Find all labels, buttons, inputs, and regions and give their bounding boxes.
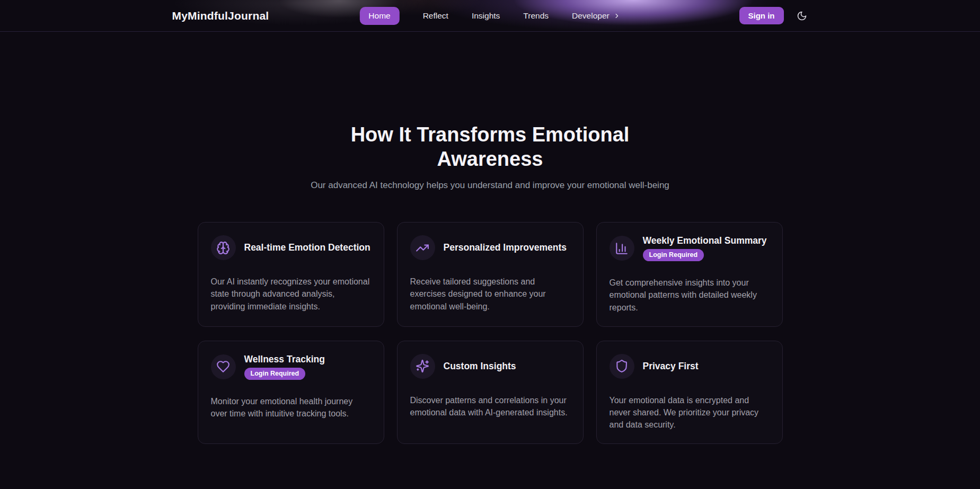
feature-icon-circle [410, 235, 435, 260]
feature-card: Weekly Emotional SummaryLogin RequiredGe… [596, 222, 783, 327]
feature-card-header: Privacy First [610, 354, 770, 379]
feature-card-header: Wellness TrackingLogin Required [211, 354, 371, 380]
nav-item-developer[interactable]: Developer [572, 11, 621, 21]
feature-title: Privacy First [643, 361, 699, 372]
page-title: How It Transforms Emotional Awareness [305, 123, 676, 171]
feature-card: Real-time Emotion DetectionOur AI instan… [198, 222, 384, 327]
feature-description: Your emotional data is encrypted and nev… [610, 394, 770, 431]
feature-title: Weekly Emotional Summary [643, 235, 767, 246]
feature-card-header: Weekly Emotional SummaryLogin Required [610, 235, 770, 261]
feature-card-header: Personalized Improvements [410, 235, 570, 260]
chevron-right-icon [613, 12, 621, 20]
nav-item-label: Home [368, 11, 390, 21]
nav-item-trends[interactable]: Trends [523, 11, 549, 21]
heart-icon [216, 360, 230, 374]
nav-inner: MyMindfulJournal HomeReflectInsightsTren… [172, 0, 808, 31]
feature-title: Custom Insights [444, 361, 516, 372]
sparkles-icon [416, 359, 429, 373]
login-required-badge: Login Required [643, 249, 704, 261]
page-subtitle: Our advanced AI technology helps you und… [0, 180, 980, 191]
trending-up-icon [416, 241, 429, 255]
nav-item-label: Trends [523, 11, 549, 21]
brain-icon [216, 241, 230, 255]
feature-icon-circle [610, 236, 634, 261]
feature-card: Privacy FirstYour emotional data is encr… [596, 341, 783, 444]
nav-item-reflect[interactable]: Reflect [423, 11, 448, 21]
feature-description: Our AI instantly recognizes your emotion… [211, 275, 371, 313]
nav-item-label: Insights [472, 11, 500, 21]
feature-title-wrap: Wellness TrackingLogin Required [244, 354, 325, 380]
feature-title: Real-time Emotion Detection [244, 242, 370, 253]
feature-title-wrap: Privacy First [643, 361, 699, 372]
main-nav: HomeReflectInsightsTrendsDeveloper [359, 7, 620, 25]
nav-item-label: Developer [572, 11, 610, 21]
top-nav: MyMindfulJournal HomeReflectInsightsTren… [0, 0, 980, 32]
theme-toggle-button[interactable] [796, 10, 808, 22]
features-grid: Real-time Emotion DetectionOur AI instan… [198, 222, 783, 444]
feature-title: Personalized Improvements [444, 242, 567, 253]
feature-icon-circle [211, 235, 236, 260]
feature-title-wrap: Personalized Improvements [444, 242, 567, 253]
feature-description: Get comprehensive insights into your emo… [610, 277, 770, 314]
feature-card-header: Custom Insights [410, 354, 570, 379]
feature-card: Custom InsightsDiscover patterns and cor… [397, 341, 584, 444]
nav-right: Sign in [739, 7, 808, 24]
feature-card: Personalized ImprovementsReceive tailore… [397, 222, 584, 327]
feature-card-header: Real-time Emotion Detection [211, 235, 371, 260]
feature-description: Receive tailored suggestions and exercis… [410, 275, 570, 313]
feature-title-wrap: Real-time Emotion Detection [244, 242, 370, 253]
feature-title-wrap: Custom Insights [444, 361, 516, 372]
feature-icon-circle [410, 354, 435, 379]
feature-title-wrap: Weekly Emotional SummaryLogin Required [643, 235, 767, 261]
nav-item-insights[interactable]: Insights [472, 11, 500, 21]
shield-icon [615, 359, 629, 373]
login-required-badge: Login Required [244, 368, 306, 380]
main-content: How It Transforms Emotional Awareness Ou… [0, 32, 980, 444]
sign-in-button[interactable]: Sign in [739, 7, 784, 24]
bar-chart-icon [615, 242, 629, 255]
moon-icon [797, 11, 807, 21]
feature-title: Wellness Tracking [244, 354, 325, 365]
feature-card: Wellness TrackingLogin RequiredMonitor y… [198, 341, 384, 444]
feature-icon-circle [610, 354, 634, 379]
brand-logo[interactable]: MyMindfulJournal [172, 10, 269, 22]
feature-description: Discover patterns and correlations in yo… [410, 394, 570, 419]
nav-item-home[interactable]: Home [359, 7, 399, 25]
nav-item-label: Reflect [423, 11, 448, 21]
hero-section: How It Transforms Emotional Awareness Ou… [0, 32, 980, 191]
feature-description: Monitor your emotional health journey ov… [211, 395, 371, 420]
feature-icon-circle [211, 354, 236, 379]
